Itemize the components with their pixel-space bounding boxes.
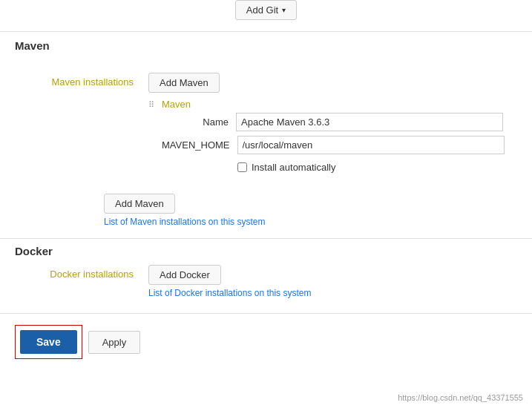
add-git-label: Add Git (246, 4, 278, 16)
docker-row: Docker installations Add Docker (0, 265, 532, 288)
add-docker-button[interactable]: Add Docker (148, 265, 221, 285)
add-git-button[interactable]: Add Git ▾ (235, 0, 297, 20)
maven-section-title: Maven (15, 39, 517, 52)
drag-handle-icon: ⠿ (148, 100, 157, 110)
maven-list-link[interactable]: List of Maven installations on this syst… (104, 217, 532, 227)
docker-installations-label: Docker installations (45, 265, 134, 280)
install-auto-checkbox[interactable] (237, 162, 247, 172)
footer-buttons: Save Apply (0, 314, 532, 370)
install-auto-row: Install automatically (237, 162, 505, 173)
maven-home-label: MAVEN_HOME (162, 139, 230, 151)
maven-name-input[interactable] (236, 113, 503, 131)
bottom-maven-area: Add Maven (104, 194, 532, 214)
maven-home-row: MAVEN_HOME (162, 136, 505, 154)
name-row: Name (162, 113, 505, 131)
chevron-down-icon: ▾ (282, 6, 286, 14)
maven-handle-row: ⠿ Maven (148, 99, 505, 110)
maven-content: Maven installations Add Maven ⠿ Maven Na… (0, 67, 532, 194)
maven-installations-row: Maven installations Add Maven ⠿ Maven Na… (45, 73, 517, 180)
save-button[interactable]: Save (20, 330, 77, 354)
docker-list-link[interactable]: List of Docker installations on this sys… (148, 288, 532, 298)
apply-button[interactable]: Apply (88, 331, 141, 354)
save-wrapper: Save (15, 325, 82, 359)
name-label: Name (162, 116, 229, 128)
maven-fields: Name MAVEN_HOME Install automatically (162, 113, 505, 173)
maven-group-label: Maven (162, 99, 191, 110)
add-maven-top-button[interactable]: Add Maven (148, 73, 220, 93)
add-maven-bottom-button[interactable]: Add Maven (104, 194, 175, 214)
docker-section-title: Docker (0, 239, 532, 257)
maven-home-input[interactable] (237, 136, 505, 154)
maven-installations-label: Maven installations (45, 73, 134, 88)
maven-name-block: ⠿ Maven Name MAVEN_HOME Install automati… (148, 99, 505, 173)
maven-section: Maven (0, 32, 532, 67)
install-auto-label: Install automatically (252, 162, 335, 173)
watermark: https://blog.csdn.net/qq_43371555 (398, 393, 523, 402)
